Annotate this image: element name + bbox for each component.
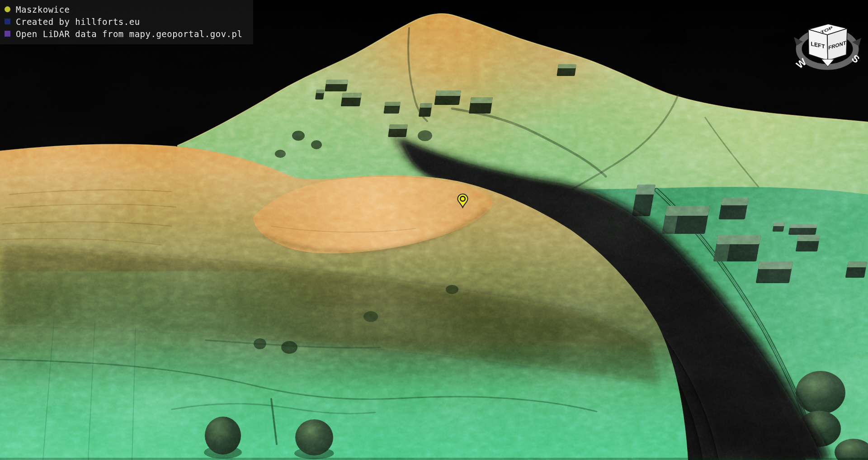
lidar-source-swatch-icon xyxy=(5,31,10,37)
legend-item-label: Created by hillforts.eu xyxy=(16,17,140,27)
terrain-texture-overlay xyxy=(0,0,868,460)
legend-panel: Maszkowice Created by hillforts.eu Open … xyxy=(0,0,253,44)
legend-item-label: Maszkowice xyxy=(16,5,70,14)
legend-item-label: Open LiDAR data from mapy.geoportal.gov.… xyxy=(16,29,242,39)
location-pin-icon xyxy=(457,193,469,209)
legend-item-credit: Created by hillforts.eu xyxy=(5,15,245,28)
site-marker-swatch-icon xyxy=(5,6,10,12)
credit-swatch-icon xyxy=(5,19,10,24)
location-pin-marker[interactable] xyxy=(457,193,469,209)
terrain-3d-viewport[interactable] xyxy=(0,0,868,460)
nav-cube-widget[interactable]: TOP LEFT FRONT W S xyxy=(782,14,868,75)
legend-item-site: Maszkowice xyxy=(5,3,245,15)
legend-item-source: Open LiDAR data from mapy.geoportal.gov.… xyxy=(5,28,245,40)
lidar-3d-viewer: Maszkowice Created by hillforts.eu Open … xyxy=(0,0,868,460)
